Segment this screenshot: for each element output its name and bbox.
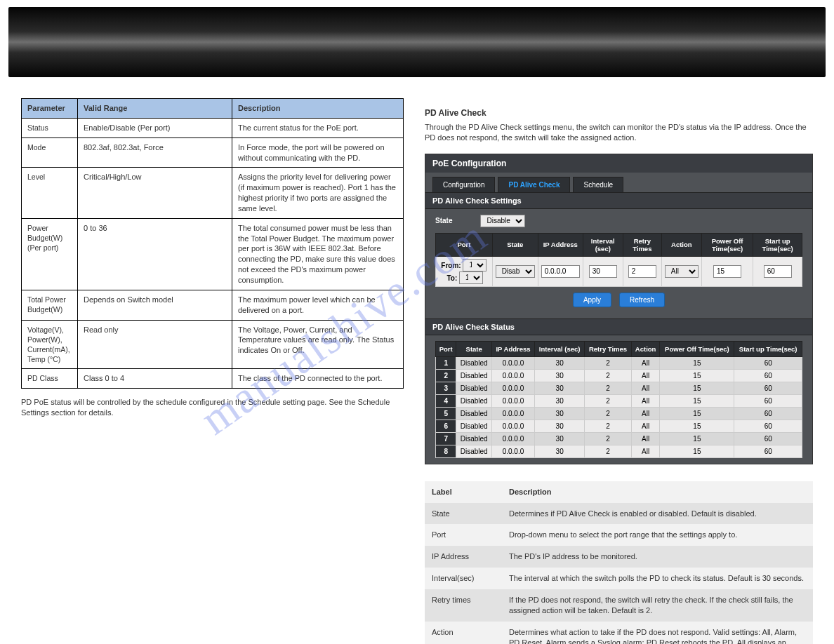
status-cell: All xyxy=(631,369,660,382)
ui-col-header: Port xyxy=(436,233,493,256)
info-th-label: Label xyxy=(425,481,502,503)
params-row: StatusEnable/Disable (Per port)The curre… xyxy=(22,118,404,137)
status-cell: 30 xyxy=(535,432,585,445)
tab-schedule[interactable]: Schedule xyxy=(573,177,623,192)
status-row: 2Disabled0.0.0.0302All1560 xyxy=(436,369,802,382)
port-from-select[interactable]: 1 xyxy=(463,259,486,271)
status-cell: 2 xyxy=(585,394,632,407)
status-cell: Disabled xyxy=(456,407,491,420)
params-th-desc: Description xyxy=(232,99,404,119)
status-cell: 60 xyxy=(734,369,802,382)
param-desc: The class of the PD connected to the por… xyxy=(232,369,404,389)
status-cell: Disabled xyxy=(456,382,491,394)
state-label: State xyxy=(435,217,452,224)
status-cell: 15 xyxy=(660,420,734,432)
status-col-header: Action xyxy=(631,341,660,356)
param-name: Voltage(V), Power(W), Current(mA), Temp … xyxy=(22,320,78,369)
info-label: IP Address xyxy=(425,546,502,568)
interval-input[interactable] xyxy=(589,265,617,278)
status-cell: 2 xyxy=(585,420,632,432)
tab-configuration[interactable]: Configuration xyxy=(432,177,495,192)
info-desc: If the PD does not respond, the switch w… xyxy=(502,589,813,622)
status-col-header: Retry Times xyxy=(585,341,632,356)
from-label: From: xyxy=(441,261,461,269)
info-desc: The interval at which the switch polls t… xyxy=(502,568,813,589)
info-label: Port xyxy=(425,524,502,546)
status-cell: All xyxy=(631,382,660,394)
status-cell: All xyxy=(631,420,660,432)
status-cell: Disabled xyxy=(456,420,491,432)
param-range: Read only xyxy=(78,320,232,369)
param-desc: Assigns the priority level for deliverin… xyxy=(232,168,404,218)
params-row: LevelCritical/High/LowAssigns the priori… xyxy=(22,168,404,218)
status-cell: 15 xyxy=(660,356,734,369)
status-cell: All xyxy=(631,394,660,407)
ui-col-header: Retry Times xyxy=(623,233,661,256)
status-cell: 15 xyxy=(660,407,734,420)
info-label: Action xyxy=(425,622,502,644)
refresh-button[interactable]: Refresh xyxy=(619,293,665,307)
param-range: Critical/High/Low xyxy=(78,168,232,218)
status-cell: All xyxy=(631,432,660,445)
status-cell: 0.0.0.0 xyxy=(491,356,534,369)
param-desc: The maximum power level which can be del… xyxy=(232,290,404,320)
action-select[interactable]: All xyxy=(665,265,699,278)
section-status: PD Alive Check Status xyxy=(425,318,812,335)
status-cell: 60 xyxy=(734,432,802,445)
info-desc: The PD's IP address to be monitored. xyxy=(502,546,813,568)
parameters-table: Parameter Valid Range Description Status… xyxy=(21,98,404,389)
status-row: 8Disabled0.0.0.0302All1560 xyxy=(436,445,802,457)
info-row: Interval(sec)The interval at which the s… xyxy=(425,568,813,589)
param-name: Power Budget(W) (Per port) xyxy=(22,218,78,290)
startup-input[interactable] xyxy=(764,265,792,278)
status-cell: 0.0.0.0 xyxy=(491,369,534,382)
state-select[interactable]: Disable xyxy=(480,215,525,227)
status-cell: 2 xyxy=(436,369,456,382)
params-row: Power Budget(W) (Per port)0 to 36The tot… xyxy=(22,218,404,290)
status-cell: Disabled xyxy=(456,369,491,382)
status-cell: 0.0.0.0 xyxy=(491,445,534,457)
status-cell: 15 xyxy=(660,382,734,394)
params-row: Mode802.3af, 802.3at, ForceIn Force mode… xyxy=(22,137,404,168)
param-range: Class 0 to 4 xyxy=(78,369,232,389)
status-col-header: Interval (sec) xyxy=(535,341,585,356)
status-cell: All xyxy=(631,445,660,457)
apply-button[interactable]: Apply xyxy=(573,293,611,307)
status-col-header: Port xyxy=(436,341,456,356)
status-cell: 2 xyxy=(585,382,632,394)
info-row: PortDrop-down menu to select the port ra… xyxy=(425,524,813,546)
ip-input[interactable] xyxy=(541,265,580,278)
row-state-select[interactable]: Disable xyxy=(496,265,535,278)
status-cell: 15 xyxy=(660,432,734,445)
info-th-desc: Description xyxy=(502,481,813,503)
section-settings: PD Alive Check Settings xyxy=(425,192,812,209)
port-to-select[interactable]: 1 xyxy=(459,271,483,284)
status-cell: 4 xyxy=(436,394,456,407)
retry-input[interactable] xyxy=(628,265,656,278)
status-cell: All xyxy=(631,407,660,420)
info-row: IP AddressThe PD's IP address to be moni… xyxy=(425,546,813,568)
poweroff-input[interactable] xyxy=(713,265,741,278)
status-cell: 60 xyxy=(734,394,802,407)
param-desc: The total consumed power must be less th… xyxy=(232,218,404,290)
ui-col-header: State xyxy=(492,233,538,256)
info-table: Label Description StateDetermines if PD … xyxy=(425,481,813,644)
tab-pd-alive-check[interactable]: PD Alive Check xyxy=(498,177,570,192)
status-cell: 60 xyxy=(734,356,802,369)
status-cell: 0.0.0.0 xyxy=(491,407,534,420)
param-range: Depends on Switch model xyxy=(78,290,232,320)
status-cell: 2 xyxy=(585,445,632,457)
status-cell: 7 xyxy=(436,432,456,445)
param-name: Total Power Budget(W) xyxy=(22,290,78,320)
header-banner xyxy=(8,7,826,77)
status-cell: Disabled xyxy=(456,356,491,369)
status-col-header: State xyxy=(456,341,491,356)
info-label: State xyxy=(425,503,502,525)
status-cell: 2 xyxy=(585,407,632,420)
status-cell: 0.0.0.0 xyxy=(491,382,534,394)
status-row: 7Disabled0.0.0.0302All1560 xyxy=(436,432,802,445)
to-label: To: xyxy=(446,274,457,281)
pd-alive-check-heading: PD Alive Check xyxy=(425,108,813,118)
ui-col-header: Action xyxy=(661,233,701,256)
status-cell: 5 xyxy=(436,407,456,420)
